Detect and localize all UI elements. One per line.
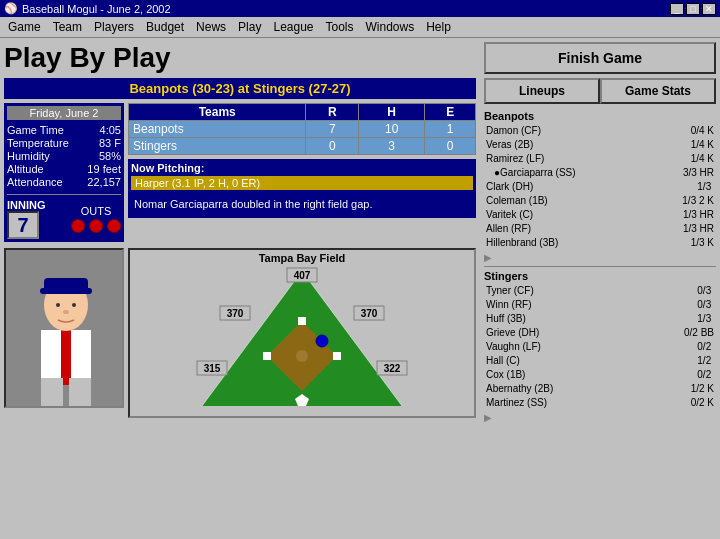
humidity-row: Humidity 58% <box>7 150 121 162</box>
menu-item-game[interactable]: Game <box>2 18 47 36</box>
col-teams: Teams <box>129 104 306 121</box>
svg-rect-17 <box>298 317 306 325</box>
player-name: Abernathy (2B) <box>486 382 553 396</box>
inning-label: INNING <box>7 199 46 211</box>
menu-item-budget[interactable]: Budget <box>140 18 190 36</box>
player-name: Damon (CF) <box>486 124 541 138</box>
svg-text:370: 370 <box>227 308 244 319</box>
player-photo <box>4 248 124 408</box>
player-name: Martinez (SS) <box>486 396 547 410</box>
list-item: ●Garciaparra (SS)3/3 HR <box>484 166 716 180</box>
menu-item-news[interactable]: News <box>190 18 232 36</box>
close-button[interactable]: ✕ <box>702 3 716 15</box>
maximize-button[interactable]: □ <box>686 3 700 15</box>
stingers-score-row: Stingers 0 3 0 <box>129 138 476 155</box>
list-item: Tyner (CF)0/3 <box>484 284 716 298</box>
player-stats: 1/4 K <box>691 152 714 166</box>
menu-item-help[interactable]: Help <box>420 18 457 36</box>
page-title: Play By Play <box>4 42 476 74</box>
list-item: Winn (RF)0/3 <box>484 298 716 312</box>
player-name: Ramirez (LF) <box>486 152 544 166</box>
outs-label: OUTS <box>71 205 121 217</box>
stingers-e: 0 <box>425 138 476 155</box>
teams-divider <box>484 266 716 267</box>
player-stats: 1/3 <box>697 180 714 194</box>
arrow-indicator-1: ▶ <box>484 252 716 263</box>
finish-game-button[interactable]: Finish Game <box>484 42 716 74</box>
list-item: Allen (RF)1/3 HR <box>484 222 716 236</box>
beanpots-name: Beanpots <box>129 121 306 138</box>
outs-section: OUTS <box>71 205 121 233</box>
beanpots-players: Damon (CF)0/4 KVeras (2B)1/4 KRamirez (L… <box>484 124 716 250</box>
menu-item-players[interactable]: Players <box>88 18 140 36</box>
outs-dots <box>71 219 121 233</box>
menu-item-windows[interactable]: Windows <box>360 18 421 36</box>
svg-point-8 <box>56 303 60 307</box>
temp-value: 83 F <box>99 137 121 149</box>
menu-item-league[interactable]: League <box>267 18 319 36</box>
title-bar: ⚾ Baseball Mogul - June 2, 2002 _ □ ✕ <box>0 0 720 17</box>
lineups-tab[interactable]: Lineups <box>484 78 600 104</box>
humidity-value: 58% <box>99 150 121 162</box>
player-name: Allen (RF) <box>486 222 531 236</box>
svg-rect-7 <box>40 288 92 294</box>
beanpots-label: Beanpots <box>484 110 716 122</box>
humidity-label: Humidity <box>7 150 50 162</box>
attendance-label: Attendance <box>7 176 63 188</box>
score-section: Teams R H E Beanpots 7 10 1 Stingers 0 <box>128 103 476 242</box>
field-title: Tampa Bay Field <box>130 250 474 266</box>
field-canvas: 407 370 370 315 322 <box>192 266 412 416</box>
player-stats: 0/2 BB <box>684 326 714 340</box>
list-item: Damon (CF)0/4 K <box>484 124 716 138</box>
info-box: Friday, June 2 Game Time 4:05 Temperatur… <box>4 103 124 242</box>
temp-label: Temperature <box>7 137 69 149</box>
menu-item-play[interactable]: Play <box>232 18 267 36</box>
svg-point-10 <box>63 310 69 314</box>
player-stats: 0/3 <box>697 298 714 312</box>
player-stats: 1/4 K <box>691 138 714 152</box>
tabs: Lineups Game Stats <box>484 78 716 104</box>
player-stats: 1/3 HR <box>683 222 714 236</box>
player-stats: 3/3 HR <box>683 166 714 180</box>
baseball-field: Tampa Bay Field <box>128 248 476 418</box>
game-time-row: Game Time 4:05 <box>7 124 121 136</box>
list-item: Varitek (C)1/3 HR <box>484 208 716 222</box>
svg-point-30 <box>316 335 328 347</box>
player-stats: 1/3 <box>697 312 714 326</box>
svg-rect-4 <box>69 378 91 408</box>
inning-number: 7 <box>7 211 39 239</box>
list-item: Grieve (DH)0/2 BB <box>484 326 716 340</box>
player-stats: 1/2 <box>697 354 714 368</box>
player-figure-svg <box>6 250 124 408</box>
list-item: Ramirez (LF)1/4 K <box>484 152 716 166</box>
attendance-row: Attendance 22,157 <box>7 176 121 188</box>
list-item: Vaughn (LF)0/2 <box>484 340 716 354</box>
altitude-label: Altitude <box>7 163 44 175</box>
list-item: Clark (DH)1/3 <box>484 180 716 194</box>
game-time-value: 4:05 <box>100 124 121 136</box>
minimize-button[interactable]: _ <box>670 3 684 15</box>
out-dot-1 <box>71 219 85 233</box>
player-stats: 1/3 HR <box>683 208 714 222</box>
altitude-value: 19 feet <box>87 163 121 175</box>
pitching-box: Now Pitching: Harper (3.1 IP, 2 H, 0 ER)… <box>128 159 476 218</box>
list-item: Huff (3B)1/3 <box>484 312 716 326</box>
menu-item-tools[interactable]: Tools <box>320 18 360 36</box>
player-name: Tyner (CF) <box>486 284 534 298</box>
menu-item-team[interactable]: Team <box>47 18 88 36</box>
player-stats: 0/2 K <box>691 396 714 410</box>
list-item: Veras (2B)1/4 K <box>484 138 716 152</box>
pitcher-name: Harper (3.1 IP, 2 H, 0 ER) <box>131 176 473 190</box>
inning-area: INNING 7 <box>7 199 46 239</box>
stingers-r: 0 <box>306 138 359 155</box>
svg-point-15 <box>296 350 308 362</box>
out-dot-3 <box>107 219 121 233</box>
game-stats-tab[interactable]: Game Stats <box>600 78 716 104</box>
score-header-row: Teams R H E <box>129 104 476 121</box>
left-panel: Play By Play Beanpots (30-23) at Stinger… <box>0 38 480 539</box>
player-stats: 1/2 K <box>691 382 714 396</box>
stingers-label: Stingers <box>484 270 716 282</box>
info-date: Friday, June 2 <box>7 106 121 120</box>
player-name: ●Garciaparra (SS) <box>494 166 576 180</box>
col-r: R <box>306 104 359 121</box>
